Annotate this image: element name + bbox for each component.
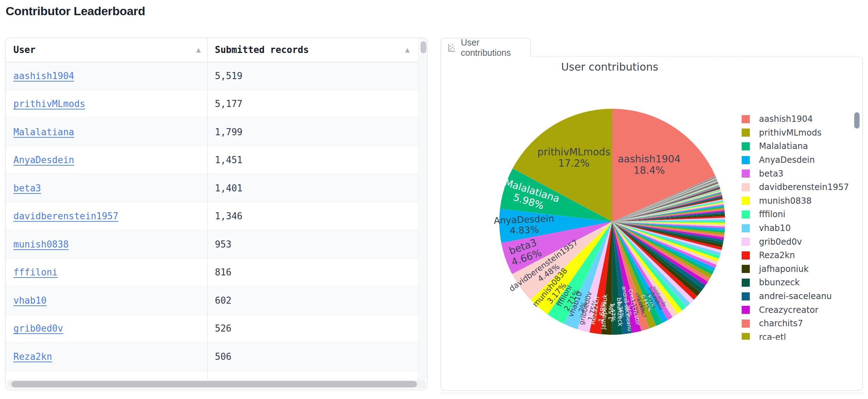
- submitted-records-value: 526: [215, 315, 231, 343]
- user-link[interactable]: prithivMLmods: [13, 99, 85, 109]
- legend-swatch: [742, 265, 750, 273]
- table-row: munish0838953: [6, 230, 418, 258]
- user-link[interactable]: beta3: [13, 183, 41, 193]
- legend-label: AnyaDesdein: [759, 155, 815, 165]
- legend-label: fffiloni: [759, 209, 785, 219]
- legend-item[interactable]: AnyaDesdein: [742, 153, 855, 167]
- column-divider: [207, 38, 208, 380]
- submitted-records-value: 506: [215, 343, 231, 371]
- submitted-records-value: 953: [215, 230, 231, 258]
- user-link[interactable]: davidberenstein1957: [13, 211, 118, 221]
- legend-swatch: [742, 183, 750, 191]
- legend-label: jafhaponiuk: [759, 264, 809, 274]
- legend-item[interactable]: fffiloni: [742, 208, 855, 221]
- column-header-user[interactable]: User: [13, 38, 36, 62]
- legend-swatch: [742, 197, 750, 205]
- legend-label: aashish1904: [759, 114, 813, 124]
- legend-item[interactable]: aashish1904: [742, 112, 855, 126]
- legend-label: prithivMLmods: [759, 128, 821, 138]
- submitted-records-value: 1,451: [215, 146, 242, 174]
- legend-swatch: [742, 238, 750, 246]
- submitted-records-value: 1,799: [215, 118, 242, 146]
- submitted-records-value: 1,346: [215, 202, 242, 231]
- legend-swatch: [742, 142, 750, 150]
- legend-item[interactable]: Malalatiana: [742, 139, 855, 153]
- submitted-records-value: 816: [215, 258, 231, 287]
- user-link[interactable]: vhab10: [13, 295, 47, 306]
- table-row: davidberenstein19571,346: [6, 202, 418, 231]
- column-header-submitted-records[interactable]: Submitted records: [215, 38, 309, 62]
- user-link[interactable]: Reza2kn: [13, 351, 52, 362]
- vertical-scrollbar-thumb[interactable]: [421, 41, 426, 53]
- user-link[interactable]: AnyaDesdein: [13, 155, 74, 165]
- tab-user-contributions[interactable]: User contributions: [440, 38, 531, 57]
- legend-swatch: [742, 333, 750, 340]
- legend-item[interactable]: grib0ed0v: [742, 235, 855, 249]
- tab-label: User contributions: [461, 37, 530, 58]
- submitted-records-value: 1,401: [215, 174, 242, 202]
- legend-label: bbunzeck: [759, 278, 800, 287]
- legend-label: beta3: [759, 169, 783, 179]
- legend-label: grib0ed0v: [759, 237, 802, 247]
- submitted-records-value: 450: [215, 371, 231, 380]
- scatter-chart-icon: [447, 43, 456, 53]
- legend-label: davidberenstein1957: [759, 182, 849, 192]
- legend-item[interactable]: jafhaponiuk: [742, 262, 855, 276]
- sort-arrow-icon: ▲: [405, 38, 410, 62]
- legend-swatch: [742, 306, 750, 314]
- legend-item[interactable]: prithivMLmods: [742, 126, 855, 140]
- legend-item[interactable]: Reza2kn: [742, 249, 855, 262]
- vertical-scrollbar-track[interactable]: [418, 38, 428, 380]
- table-row: Reza2kn506: [6, 343, 418, 371]
- submitted-records-value: 5,177: [215, 90, 242, 118]
- legend-label: andrei-saceleanu: [759, 291, 832, 301]
- table-body: aashish19045,519prithivMLmods5,177Malala…: [6, 62, 418, 380]
- horizontal-scrollbar-track[interactable]: [7, 380, 426, 388]
- table-row: grib0ed0v526: [6, 315, 418, 343]
- user-link[interactable]: fffiloni: [13, 267, 58, 278]
- legend-swatch: [742, 320, 750, 328]
- legend-label: rca-etl: [759, 332, 786, 340]
- legend-swatch: [742, 279, 750, 287]
- chart-legend: aashish1904prithivMLmodsMalalatianaAnyaD…: [742, 112, 855, 340]
- legend-swatch: [742, 251, 750, 260]
- legend-label: Reza2kn: [759, 250, 795, 260]
- sort-arrow-icon: ▲: [196, 38, 201, 62]
- legend-swatch: [742, 224, 750, 232]
- legend-item[interactable]: davidberenstein1957: [742, 180, 855, 194]
- legend-swatch: [742, 169, 750, 178]
- legend-item[interactable]: vhab10: [742, 221, 855, 235]
- table-row: aashish19045,519: [6, 62, 418, 90]
- legend-item[interactable]: charchits7: [742, 317, 855, 330]
- user-contributions-pie-chart[interactable]: prithivMLmods17.2%Malalatiana5.98%AnyaDe…: [485, 95, 739, 342]
- legend-swatch: [742, 292, 750, 300]
- legend-label: Creazycreator: [759, 305, 818, 315]
- user-link[interactable]: munish0838: [13, 239, 69, 250]
- user-link[interactable]: aashish1904: [13, 71, 74, 81]
- legend-swatch: [742, 129, 750, 137]
- legend-item[interactable]: munish0838: [742, 194, 855, 208]
- legend-label: vhab10: [759, 223, 791, 233]
- legend-swatch: [742, 156, 750, 164]
- legend-item[interactable]: Creazycreator: [742, 303, 855, 317]
- legend-item[interactable]: andrei-saceleanu: [742, 290, 855, 303]
- legend-item[interactable]: bbunzeck: [742, 276, 855, 290]
- legend-scrollbar-thumb[interactable]: [854, 112, 860, 129]
- table-row: beta31,401: [6, 174, 418, 202]
- legend-label: Malalatiana: [759, 141, 808, 151]
- table-row: prithivMLmods5,177: [6, 90, 418, 118]
- horizontal-scrollbar-thumb[interactable]: [11, 381, 417, 387]
- legend-item[interactable]: rca-etl: [742, 330, 855, 340]
- submitted-records-value: 5,519: [215, 62, 242, 90]
- legend-item[interactable]: beta3: [742, 167, 855, 180]
- legend-label: munish0838: [759, 196, 812, 206]
- chart-title: User contributions: [504, 61, 716, 73]
- page-title: Contributor Leaderboard: [6, 4, 145, 18]
- user-link[interactable]: Malalatiana: [13, 127, 74, 137]
- table-row: vhab10602: [6, 286, 418, 315]
- section-separator: [440, 393, 863, 393]
- user-link[interactable]: grib0ed0v: [13, 323, 63, 334]
- legend-label: charchits7: [759, 318, 803, 328]
- legend-swatch: [742, 115, 750, 123]
- submitted-records-value: 602: [215, 286, 231, 315]
